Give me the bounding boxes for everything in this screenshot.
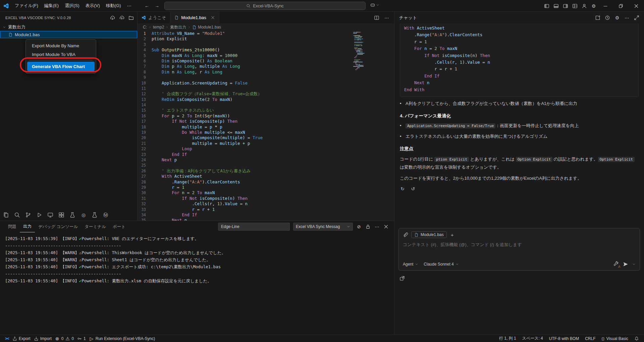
menu-edit[interactable]: 編集(E) [41, 0, 62, 12]
target-icon[interactable]: ◎ [79, 211, 88, 219]
problems-status[interactable]: ⊗0 ⚠0 [53, 335, 75, 342]
cloud-upload-icon[interactable] [119, 15, 124, 20]
history-icon[interactable] [605, 15, 610, 20]
close-tab-icon[interactable] [211, 15, 215, 20]
forward-icon[interactable]: → [154, 3, 160, 8]
language-mode[interactable]: {}Visual Basic [600, 335, 630, 342]
chat-code-line: .Range("A:A").ClearContents [404, 32, 634, 38]
output-channel-select[interactable]: Excel VBA Sync Messag [293, 223, 353, 231]
customize-layout-icon[interactable] [572, 3, 578, 9]
output-log[interactable]: [2025-11-03 19:55:39] 【INFO】✔Powershell:… [0, 232, 394, 284]
chat-input[interactable]: Module1.bas + コンテキスト (#)、拡張機能 (@)、コマンド (… [398, 228, 640, 271]
source-control-icon[interactable] [24, 211, 32, 219]
tab-debug-console[interactable]: デバッグ コンソール [35, 221, 81, 232]
panel-more-icon[interactable]: ⋯ [374, 224, 380, 229]
tab-terminal[interactable]: ターミナル [81, 221, 109, 232]
code-line: 13 ReDim isComposite(2 To maxN) [138, 97, 394, 102]
menu-import-module[interactable]: Import Module To VBA [27, 50, 95, 59]
settings-gear-icon[interactable]: ⚙ [591, 3, 596, 9]
undo-icon[interactable]: ↺ [410, 186, 416, 191]
add-context-button[interactable]: + [450, 232, 455, 238]
check-icon: ✔ [79, 236, 82, 241]
menu-go[interactable]: 移動(G) [103, 0, 124, 12]
remote-indicator[interactable]: >< [3, 335, 11, 342]
back-icon[interactable]: ← [144, 3, 150, 8]
menu-generate-flowchart[interactable]: Generate VBA Flow Chart [27, 62, 95, 71]
attach-context-icon[interactable] [403, 232, 408, 237]
tab-welcome[interactable]: ようこそ [138, 12, 170, 23]
command-center[interactable]: Excel-VBA-Sync [164, 2, 366, 10]
copilot-menu[interactable] [370, 2, 379, 8]
search-view-icon[interactable] [13, 211, 21, 219]
menu-export-module[interactable]: Export Module By Name [27, 41, 95, 50]
tab-problems[interactable]: 問題 [5, 221, 20, 232]
menu-selection[interactable]: 選択(S) [62, 0, 82, 12]
send-options-icon[interactable] [632, 263, 636, 266]
clear-output-icon[interactable]: ⊘ [356, 224, 362, 229]
chat-more-icon[interactable]: ⋯ [624, 15, 630, 20]
chat-input-placeholder[interactable]: コンテキスト (#)、拡張機能 (@)、コマンド (/) を追加します [403, 242, 636, 261]
panel-header: 問題 出力 デバッグ コンソール ターミナル ポート Edge-Line Exc… [0, 221, 394, 232]
cloud-download-icon[interactable] [110, 15, 115, 20]
toggle-panel-icon[interactable] [553, 3, 559, 9]
tools-button[interactable]: ⚠ [613, 261, 619, 267]
toggle-secondary-sidebar-icon[interactable] [563, 3, 568, 9]
encoding-status[interactable]: UTF-8 with BOM [547, 335, 581, 342]
expand-chat-icon[interactable] [634, 15, 639, 20]
menu-file[interactable]: ファイル(F) [12, 0, 41, 12]
menu-view[interactable]: 表示(V) [83, 0, 103, 12]
scroll-lock-icon[interactable] [365, 224, 371, 229]
minimap[interactable] [353, 32, 391, 70]
open-folder-icon[interactable] [128, 15, 134, 20]
mode-selector[interactable]: Agent [403, 262, 418, 267]
split-editor-icon[interactable] [374, 15, 379, 20]
indentation-status[interactable]: スペース: 4 [521, 335, 545, 342]
minimize-button[interactable] [598, 0, 613, 12]
flask-icon[interactable] [91, 211, 99, 219]
chat-settings-icon[interactable]: ⚙ [614, 15, 620, 20]
restore-button[interactable] [613, 0, 629, 12]
tree-file-module1[interactable]: Module1.bas [0, 31, 137, 38]
tab-output[interactable]: 出力 [20, 221, 35, 232]
regenerate-icon[interactable]: ↻ [400, 186, 405, 191]
output-filter-input[interactable]: Edge-Line [218, 223, 290, 231]
minimize-icon [603, 3, 608, 9]
run-debug-icon[interactable] [35, 211, 43, 219]
account-icon[interactable] [582, 3, 587, 9]
menu-more[interactable]: ⋯ [124, 0, 135, 12]
testing-icon[interactable] [68, 211, 76, 219]
explorer-icon[interactable] [2, 211, 10, 219]
activity-strip: ◎ Ⓜ [2, 211, 110, 219]
breadcrumb-item[interactable]: 素数出力 [170, 24, 186, 30]
filter-value: Edge-Line [221, 224, 239, 229]
chevron-right-icon [187, 25, 191, 29]
close-window-button[interactable] [629, 0, 644, 12]
extensions-icon[interactable] [57, 211, 65, 219]
send-icon[interactable] [623, 262, 628, 267]
tree-folder-sosuu[interactable]: 素数出力 [0, 23, 137, 31]
model-label: Claude Sonnet 4 [424, 262, 453, 267]
model-selector[interactable]: Claude Sonnet 4 [424, 262, 459, 267]
eol-status[interactable]: CRLF [583, 335, 597, 342]
export-status-button[interactable]: Export [11, 335, 32, 342]
toggle-sidebar-icon[interactable] [544, 3, 549, 9]
tab-module1[interactable]: Module1.bas [170, 12, 219, 23]
key-status[interactable]: 1 [75, 335, 88, 342]
breadcrumb-item[interactable]: temp2 [153, 25, 164, 30]
run-extension-button[interactable]: ▷Run Extension (Excel-VBA-Sync) [88, 335, 157, 342]
context-chip[interactable]: Module1.bas [411, 231, 447, 238]
m-extension-icon[interactable]: Ⓜ [102, 211, 110, 219]
breadcrumb-item[interactable]: C: [143, 25, 147, 30]
tab-ports[interactable]: ポート [109, 221, 129, 232]
breadcrumb-item[interactable]: Module1.bas [198, 25, 221, 30]
remote-explorer-icon[interactable] [46, 211, 54, 219]
code-line: 16 For p = 2 To Int(Sqr(maxN)) [138, 113, 394, 119]
close-panel-icon[interactable] [383, 224, 389, 229]
cursor-position[interactable]: 行 1, 列 1 [497, 335, 518, 342]
code-editor[interactable]: 1Attribute VB_Name = "Module1"2ption Exp… [138, 31, 394, 221]
more-actions-icon[interactable]: ⋯ [384, 15, 389, 20]
import-status-button[interactable]: Import [32, 335, 53, 342]
open-chat-in-editor-icon[interactable] [399, 276, 405, 281]
new-chat-icon[interactable] [595, 15, 600, 20]
notifications-button[interactable] [633, 335, 641, 342]
